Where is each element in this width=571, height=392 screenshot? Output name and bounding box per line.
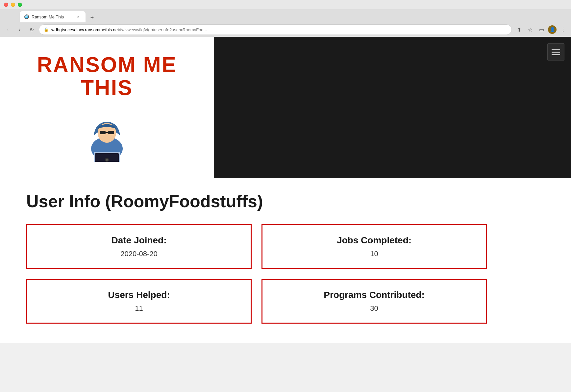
back-icon: ‹ — [7, 27, 9, 33]
hamburger-line-3 — [552, 54, 560, 55]
hero-section: RANSOM ME THIS — [0, 37, 571, 178]
browser-menu-button[interactable]: ⋮ — [559, 25, 568, 34]
share-button[interactable]: ⬆ — [514, 25, 524, 34]
traffic-light-green[interactable] — [18, 3, 22, 7]
tab-title: Ransom Me This — [32, 14, 64, 19]
avatar-image: 👤 — [550, 27, 555, 32]
stat-value-users-helped: 11 — [34, 304, 244, 313]
back-button[interactable]: ‹ — [3, 25, 12, 34]
stat-value-date-joined: 2020-08-20 — [34, 250, 244, 258]
traffic-light-yellow[interactable] — [11, 3, 15, 7]
sidebar-button[interactable]: ▭ — [537, 25, 546, 34]
browser-menu-icon: ⋮ — [560, 27, 566, 33]
stat-label-date-joined: Date Joined: — [34, 235, 244, 246]
hero-dark-panel — [214, 37, 571, 178]
stat-card-jobs-completed: Jobs Completed: 10 — [261, 224, 487, 269]
forward-icon: › — [19, 27, 20, 33]
reload-button[interactable]: ↻ — [27, 25, 36, 34]
browser-chrome: 🌐 Ransom Me This × + ‹ › ↻ 🔒 wrfbgtsoces… — [0, 9, 571, 37]
hero-logo-panel: RANSOM ME THIS — [0, 37, 214, 178]
hero-mascot — [84, 106, 130, 162]
address-path: /fwjvwewwfiqfvfgp/userinfo?user=RoomyFoo… — [119, 27, 207, 32]
stat-label-jobs-completed: Jobs Completed: — [269, 235, 479, 246]
hamburger-menu-button[interactable] — [547, 43, 564, 61]
address-row: ‹ › ↻ 🔒 wrfbgtsocesalacv.ransommethis.ne… — [0, 22, 571, 37]
bookmark-icon: ☆ — [528, 27, 533, 33]
address-text: wrfbgtsocesalacv.ransommethis.net/fwjvwe… — [51, 27, 507, 32]
bookmark-button[interactable]: ☆ — [526, 25, 535, 34]
os-window-chrome — [0, 0, 571, 9]
stat-card-date-joined: Date Joined: 2020-08-20 — [26, 224, 252, 269]
stat-value-programs-contributed: 30 — [269, 304, 479, 313]
reload-icon: ↻ — [30, 27, 34, 33]
profile-avatar[interactable]: 👤 — [548, 25, 557, 34]
new-tab-button[interactable]: + — [87, 13, 97, 22]
address-domain: wrfbgtsocesalacv.ransommethis.net — [51, 27, 119, 32]
active-tab[interactable]: 🌐 Ransom Me This × — [20, 11, 86, 22]
stat-value-jobs-completed: 10 — [269, 250, 479, 258]
address-bar[interactable]: 🔒 wrfbgtsocesalacv.ransommethis.net/fwjv… — [39, 24, 512, 35]
stats-grid: Date Joined: 2020-08-20 Jobs Completed: … — [26, 224, 487, 324]
tab-close-button[interactable]: × — [76, 14, 81, 19]
sidebar-icon: ▭ — [539, 27, 544, 33]
lock-icon: 🔒 — [44, 27, 49, 32]
svg-rect-3 — [108, 131, 114, 134]
svg-point-9 — [106, 159, 108, 161]
tab-bar: 🌐 Ransom Me This × + — [0, 9, 571, 22]
hero-title: RANSOM ME THIS — [13, 53, 200, 100]
page-content: RANSOM ME THIS — [0, 37, 571, 343]
forward-button[interactable]: › — [15, 25, 24, 34]
stat-label-programs-contributed: Programs Contributed: — [269, 290, 479, 300]
stat-card-programs-contributed: Programs Contributed: 30 — [261, 279, 487, 324]
hamburger-line-2 — [552, 52, 560, 53]
hamburger-line-1 — [552, 49, 560, 50]
svg-rect-2 — [100, 131, 106, 134]
tab-globe-icon: 🌐 — [24, 14, 29, 19]
toolbar-icons: ⬆ ☆ ▭ 👤 ⋮ — [514, 25, 568, 34]
stat-card-users-helped: Users Helped: 11 — [26, 279, 252, 324]
traffic-light-red[interactable] — [4, 3, 8, 7]
user-info-title: User Info (RoomyFoodstuffs) — [26, 191, 545, 211]
share-icon: ⬆ — [517, 27, 521, 33]
stat-label-users-helped: Users Helped: — [34, 290, 244, 300]
user-info-section: User Info (RoomyFoodstuffs) Date Joined:… — [0, 178, 571, 343]
